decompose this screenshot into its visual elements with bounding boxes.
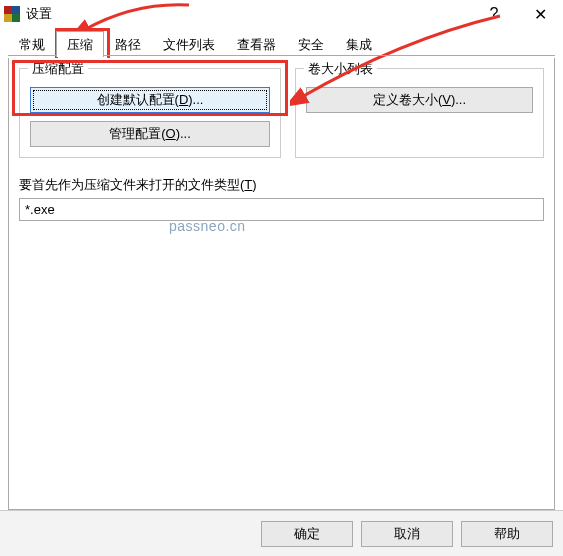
group2-title: 卷大小列表 <box>304 60 377 78</box>
close-button[interactable]: ✕ <box>517 0 563 28</box>
tab-4[interactable]: 查看器 <box>226 31 287 57</box>
tab-3[interactable]: 文件列表 <box>152 31 226 57</box>
tab-5[interactable]: 安全 <box>287 31 335 57</box>
group-volume-sizes: 卷大小列表 定义卷大小(V)... <box>295 68 544 158</box>
help-button[interactable]: ? <box>471 0 517 28</box>
open-types-input[interactable] <box>19 198 544 221</box>
ok-button[interactable]: 确定 <box>261 521 353 547</box>
define-volume-sizes-button[interactable]: 定义卷大小(V)... <box>306 87 533 113</box>
app-icon <box>4 6 20 22</box>
watermark: passneo.cn <box>169 218 246 234</box>
manage-profiles-button[interactable]: 管理配置(O)... <box>30 121 270 147</box>
group-compression-config: 压缩配置 创建默认配置(D)... 管理配置(O)... <box>19 68 281 158</box>
tab-0[interactable]: 常规 <box>8 31 56 57</box>
tab-1[interactable]: 压缩 <box>56 31 104 57</box>
window-title: 设置 <box>26 5 471 23</box>
group1-title: 压缩配置 <box>28 60 88 78</box>
open-types-label: 要首先作为压缩文件来打开的文件类型(T) <box>19 177 257 192</box>
create-default-profile-button[interactable]: 创建默认配置(D)... <box>30 87 270 113</box>
cancel-button[interactable]: 取消 <box>361 521 453 547</box>
help-footer-button[interactable]: 帮助 <box>461 521 553 547</box>
tab-2[interactable]: 路径 <box>104 31 152 57</box>
tab-6[interactable]: 集成 <box>335 31 383 57</box>
